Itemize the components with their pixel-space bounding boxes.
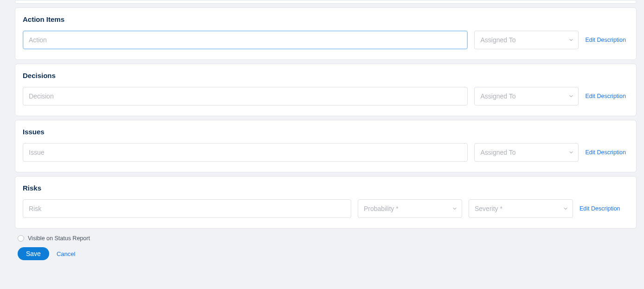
decision-input[interactable] — [23, 87, 468, 105]
issue-assigned-placeholder: Assigned To — [480, 149, 515, 156]
issues-row: Assigned To Edit Description — [23, 143, 626, 162]
previous-card-edge — [15, 0, 637, 4]
action-items-card: Action Items Assigned To Edit Descriptio… — [15, 7, 637, 60]
decision-assigned-select-wrap: Assigned To — [474, 87, 579, 105]
visible-on-status-label: Visible on Status Report — [28, 235, 90, 242]
risks-card: Risks Probability * Severity * Edit Desc — [15, 176, 637, 229]
action-assigned-select[interactable]: Assigned To — [474, 31, 579, 49]
cancel-button[interactable]: Cancel — [57, 250, 75, 257]
risk-probability-placeholder: Probability * — [364, 205, 399, 212]
visible-on-status-radio[interactable] — [18, 235, 24, 242]
decisions-card: Decisions Assigned To Edit Description — [15, 64, 637, 116]
risk-severity-select[interactable]: Severity * — [469, 199, 573, 218]
action-items-title: Action Items — [23, 15, 626, 23]
visible-on-status-row: Visible on Status Report — [18, 235, 637, 242]
form-buttons-row: Save Cancel — [18, 247, 637, 260]
issue-input[interactable] — [23, 143, 468, 162]
issues-card: Issues Assigned To Edit Description — [15, 120, 637, 172]
risk-input[interactable] — [23, 199, 351, 218]
decision-edit-description-link[interactable]: Edit Description — [585, 93, 626, 99]
issue-assigned-select-wrap: Assigned To — [474, 143, 579, 162]
risks-title: Risks — [23, 184, 626, 192]
risks-row: Probability * Severity * Edit Descriptio… — [23, 199, 626, 218]
decisions-title: Decisions — [23, 72, 626, 79]
decision-assigned-select[interactable]: Assigned To — [474, 87, 579, 105]
action-assigned-select-wrap: Assigned To — [474, 31, 579, 49]
action-items-row: Assigned To Edit Description — [23, 31, 626, 49]
risk-probability-select[interactable]: Probability * — [358, 199, 462, 218]
action-assigned-placeholder: Assigned To — [480, 36, 515, 44]
decision-assigned-placeholder: Assigned To — [480, 92, 515, 100]
risk-probability-select-wrap: Probability * — [358, 199, 462, 218]
scrollbar[interactable] — [639, 0, 643, 269]
action-input[interactable] — [23, 31, 468, 49]
risk-severity-placeholder: Severity * — [475, 205, 502, 212]
risk-severity-select-wrap: Severity * — [469, 199, 573, 218]
issue-edit-description-link[interactable]: Edit Description — [585, 149, 626, 156]
decisions-row: Assigned To Edit Description — [23, 87, 626, 105]
risk-edit-description-link[interactable]: Edit Description — [580, 205, 620, 212]
save-button[interactable]: Save — [18, 247, 49, 260]
action-edit-description-link[interactable]: Edit Description — [585, 37, 626, 43]
issue-assigned-select[interactable]: Assigned To — [474, 143, 579, 162]
issues-title: Issues — [23, 128, 626, 136]
